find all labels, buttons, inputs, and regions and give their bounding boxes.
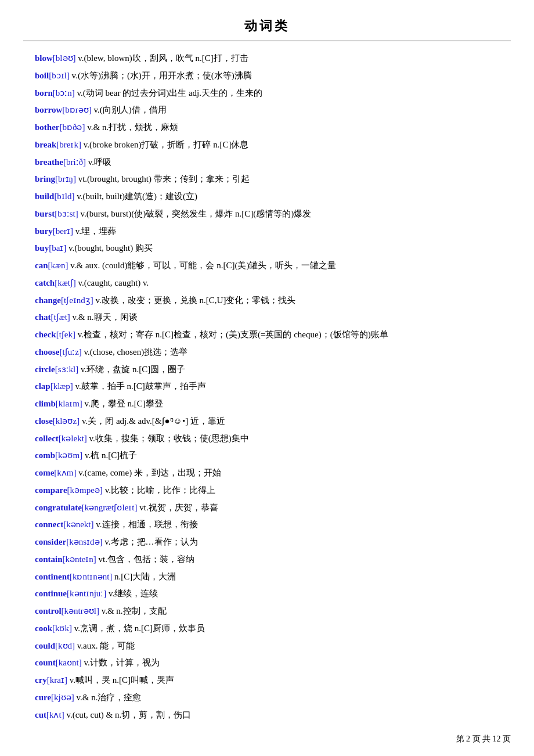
word-definition: vt.(brought, brought) 带来；传到；拿来；引起 bbox=[78, 174, 250, 183]
word-definition: v.喊叫，哭 n.[C]叫喊，哭声 bbox=[70, 675, 174, 685]
word-term: born bbox=[35, 88, 53, 98]
word-phonetic: [kləʊz] bbox=[53, 416, 80, 426]
word-phonetic: [kaʊnt] bbox=[56, 658, 82, 667]
word-phonetic: [klæp] bbox=[50, 381, 73, 391]
word-term: cut bbox=[35, 710, 46, 719]
list-item: climb[klaɪm] v.爬，攀登 n.[C]攀登 bbox=[35, 396, 511, 412]
list-item: check[tʃek] v.检查，核对；寄存 n.[C]检查，核对；(美)支票(… bbox=[35, 327, 511, 343]
word-term: contain bbox=[35, 555, 63, 564]
word-phonetic: [kʊk] bbox=[52, 624, 72, 633]
word-term: catch bbox=[35, 278, 55, 287]
page-content: 动词类 blow[blәʊ] v.(blew, blown)吹，刮风，吹气 n.… bbox=[23, 17, 511, 723]
word-term: cook bbox=[35, 624, 52, 633]
word-phonetic: [kjʊə] bbox=[51, 693, 74, 702]
word-phonetic: [bɒðə] bbox=[60, 123, 85, 132]
word-term: comb bbox=[35, 451, 55, 460]
word-phonetic: [baɪ] bbox=[49, 243, 66, 253]
word-definition: v.(向别人)借，借用 bbox=[93, 105, 166, 114]
list-item: borrow[bɒrəʊ] v.(向别人)借，借用 bbox=[35, 102, 511, 118]
word-definition: v.关，闭 adj.& adv.[&ʃ●ᵑ☺•] 近，靠近 bbox=[82, 416, 225, 426]
list-item: contain[kənteɪn] vt.包含，包括；装，容纳 bbox=[35, 552, 511, 568]
word-definition: v.爬，攀登 n.[C]攀登 bbox=[85, 399, 163, 408]
word-definition: v.(chose, chosen)挑选；选举 bbox=[84, 347, 188, 357]
word-term: buy bbox=[35, 243, 49, 253]
list-item: congratulate[kəngrætʃʊleɪt] vt.祝贺，庆贺，恭喜 bbox=[35, 500, 511, 516]
word-phonetic: [kənsɪdə] bbox=[66, 537, 102, 546]
word-term: continent bbox=[35, 572, 70, 581]
word-definition: v.(came, come) 来，到达，出现；开始 bbox=[78, 468, 221, 477]
word-term: congratulate bbox=[35, 503, 82, 512]
word-definition: v.(blew, blown)吹，刮风，吹气 n.[C]打，打击 bbox=[78, 53, 248, 63]
word-phonetic: [briːð] bbox=[63, 157, 86, 167]
title-divider bbox=[23, 41, 511, 41]
word-phonetic: [kʌm] bbox=[54, 468, 76, 477]
list-item: choose[tʃuːz] v.(chose, chosen)挑选；选举 bbox=[35, 344, 511, 361]
word-term: change bbox=[35, 296, 61, 305]
page-title: 动词类 bbox=[23, 17, 511, 35]
list-item: born[bɔːn] v.(动词 bear 的过去分词)出生 adj.天生的，生… bbox=[35, 85, 511, 102]
list-item: circle[sɜːkl] v.环绕，盘旋 n.[C]圆，圈子 bbox=[35, 362, 511, 378]
list-item: burst[bɜːst] v.(burst, burst)(使)破裂，突然发生，… bbox=[35, 206, 511, 222]
word-phonetic: [kəʊm] bbox=[55, 451, 82, 460]
word-term: check bbox=[35, 330, 56, 339]
word-phonetic: [kəmpeə] bbox=[67, 485, 103, 495]
word-definition: v.比较；比喻，比作；比得上 bbox=[105, 485, 215, 495]
list-item: chat[tʃæt] v.& n.聊天，闲谈 bbox=[35, 309, 511, 326]
word-term: bother bbox=[35, 123, 60, 132]
word-definition: v.& n.聊天，闲谈 bbox=[73, 312, 138, 322]
word-term: close bbox=[35, 416, 53, 426]
word-term: compare bbox=[35, 485, 67, 495]
word-term: control bbox=[35, 606, 62, 615]
word-phonetic: [bɔːn] bbox=[53, 88, 75, 98]
list-item: continue[kəntɪnjuː] v.继续，连续 bbox=[35, 586, 511, 602]
word-definition: v.计数，计算，视为 bbox=[84, 658, 159, 667]
word-phonetic: [kʌt] bbox=[46, 710, 64, 719]
list-item: cure[kjʊə] v.& n.治疗，痊愈 bbox=[35, 690, 511, 706]
list-item: could[kʊd] v.aux. 能，可能 bbox=[35, 638, 511, 654]
list-item: build[bɪld] v.(built, built)建筑(造)；建设(立) bbox=[35, 189, 511, 205]
word-definition: vt.祝贺，庆贺，恭喜 bbox=[139, 503, 218, 512]
list-item: come[kʌm] v.(came, come) 来，到达，出现；开始 bbox=[35, 465, 511, 481]
word-phonetic: [kraɪ] bbox=[47, 675, 67, 685]
word-definition: v.(built, built)建筑(造)；建设(立) bbox=[77, 192, 197, 201]
word-definition: v.& aux. (could)能够，可以，可能，会 n.[C](美)罐头，听头… bbox=[70, 261, 336, 270]
word-term: continue bbox=[35, 589, 67, 598]
word-definition: v.(broke broken)打破，折断，打碎 n.[C]休息 bbox=[84, 140, 249, 149]
word-phonetic: [berɪ] bbox=[53, 226, 73, 236]
word-term: cry bbox=[35, 675, 47, 685]
word-term: connect bbox=[35, 520, 63, 529]
word-term: build bbox=[35, 192, 54, 201]
word-definition: v.(caught, caught) v. bbox=[78, 278, 149, 287]
word-term: choose bbox=[35, 347, 60, 357]
word-definition: v.梳 n.[C]梳子 bbox=[85, 451, 137, 460]
word-term: come bbox=[35, 468, 54, 477]
word-term: bring bbox=[35, 174, 55, 183]
list-item: buy[baɪ] v.(bought, bought) 购买 bbox=[35, 240, 511, 257]
word-term: climb bbox=[35, 399, 56, 408]
word-term: collect bbox=[35, 434, 59, 443]
word-term: bury bbox=[35, 226, 53, 236]
word-definition: v.(bought, bought) 购买 bbox=[68, 243, 153, 253]
word-phonetic: [bɔɪl] bbox=[49, 71, 70, 80]
word-phonetic: [tʃeɪndʒ] bbox=[61, 296, 93, 305]
word-term: breathe bbox=[35, 157, 63, 167]
list-item: can[kæn] v.& aux. (could)能够，可以，可能，会 n.[C… bbox=[35, 258, 511, 274]
word-term: clap bbox=[35, 381, 50, 391]
word-term: blow bbox=[35, 53, 53, 63]
list-item: connect[kənekt] v.连接，相通，联想，衔接 bbox=[35, 517, 511, 533]
word-definition: v.& n.控制，支配 bbox=[102, 606, 167, 615]
word-definition: v.连接，相通，联想，衔接 bbox=[96, 520, 197, 529]
word-term: can bbox=[35, 261, 48, 270]
entries-container: blow[blәʊ] v.(blew, blown)吹，刮风，吹气 n.[C]打… bbox=[23, 51, 511, 723]
word-definition: v.收集，搜集；领取；收钱；使(思想)集中 bbox=[89, 434, 249, 443]
list-item: cook[kʊk] v.烹调，煮，烧 n.[C]厨师，炊事员 bbox=[35, 621, 511, 637]
word-phonetic: [kʊd] bbox=[55, 641, 75, 650]
list-item: close[kləʊz] v.关，闭 adj.& adv.[&ʃ●ᵑ☺•] 近，… bbox=[35, 413, 511, 430]
word-phonetic: [tʃuːz] bbox=[60, 347, 82, 357]
word-phonetic: [blәʊ] bbox=[53, 53, 76, 63]
word-definition: v.鼓掌，拍手 n.[C]鼓掌声，拍手声 bbox=[75, 381, 206, 391]
word-phonetic: [kəngrætʃʊleɪt] bbox=[82, 503, 138, 512]
word-phonetic: [kəntɪnjuː] bbox=[67, 589, 106, 598]
word-definition: v.& n.打扰，烦扰，麻烦 bbox=[87, 123, 178, 132]
list-item: cry[kraɪ] v.喊叫，哭 n.[C]叫喊，哭声 bbox=[35, 672, 511, 689]
